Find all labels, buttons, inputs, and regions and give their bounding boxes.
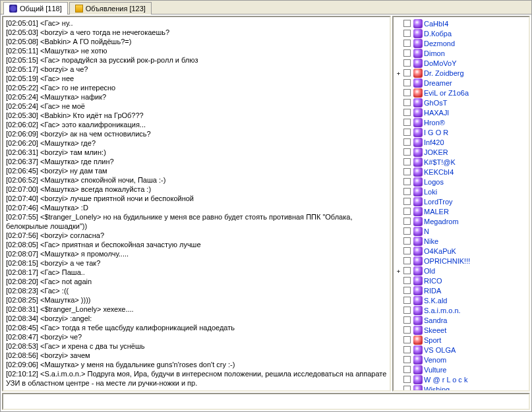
user-checkbox[interactable]	[403, 69, 411, 76]
user-name[interactable]: Inf420	[424, 138, 444, 146]
user-row[interactable]: Dreamer	[395, 78, 527, 88]
user-name[interactable]: Dr. Zoidberg	[424, 69, 464, 77]
user-name[interactable]: Sport	[424, 336, 441, 344]
user-row[interactable]: W @ r L o c k	[395, 374, 527, 384]
tree-expander[interactable]: +	[395, 268, 402, 274]
user-row[interactable]: Dezmond	[395, 38, 527, 48]
user-name[interactable]: JOKER	[424, 148, 448, 156]
user-checkbox[interactable]	[403, 267, 411, 274]
tree-expander[interactable]: +	[395, 70, 402, 76]
user-row[interactable]: Logos	[395, 177, 527, 187]
user-name[interactable]: Dreamer	[424, 79, 452, 87]
user-row[interactable]: KEKCbI4	[395, 167, 527, 177]
user-row[interactable]: CaHbI4	[395, 18, 527, 28]
user-row[interactable]: EviL or Z1o6a	[395, 88, 527, 98]
user-row[interactable]: MALER	[395, 206, 527, 216]
user-row[interactable]: N	[395, 226, 527, 236]
user-checkbox[interactable]	[403, 297, 411, 304]
user-row[interactable]: Dimon	[395, 48, 527, 58]
user-row[interactable]: Inf420	[395, 137, 527, 147]
user-name[interactable]: Loki	[424, 188, 437, 196]
user-checkbox[interactable]	[403, 237, 411, 245]
user-checkbox[interactable]	[403, 356, 411, 363]
user-checkbox[interactable]	[403, 99, 411, 106]
user-name[interactable]: I G O R	[424, 129, 448, 136]
user-row[interactable]: +Dr. Zoidberg	[395, 68, 527, 78]
user-name[interactable]: Logos	[424, 178, 444, 186]
user-name[interactable]: Skeeet	[424, 326, 446, 334]
user-name[interactable]: Dezmond	[424, 40, 455, 47]
user-name[interactable]: W @ r L o c k	[424, 376, 467, 384]
user-row[interactable]: DoMoVoY	[395, 58, 527, 68]
user-checkbox[interactable]	[403, 227, 411, 235]
user-name[interactable]: RICO	[424, 277, 442, 285]
user-checkbox[interactable]	[403, 79, 411, 86]
user-checkbox[interactable]	[403, 316, 411, 324]
user-checkbox[interactable]	[403, 287, 411, 294]
user-row[interactable]: LordTroy	[395, 196, 527, 206]
user-row[interactable]: OPRICHNIK!!!	[395, 256, 527, 266]
user-row[interactable]: D.Кобра	[395, 28, 527, 38]
user-row[interactable]: Hron®	[395, 117, 527, 127]
user-name[interactable]: VS OLGA	[424, 346, 456, 354]
user-name[interactable]: GhOsT	[424, 99, 447, 107]
user-row[interactable]: Venom	[395, 355, 527, 365]
user-row[interactable]: Skeeet	[395, 325, 527, 335]
user-checkbox[interactable]	[403, 178, 411, 185]
user-name[interactable]: Old	[424, 267, 435, 275]
user-name[interactable]: S.K.ald	[424, 297, 447, 305]
user-name[interactable]: S.a.i.m.o.n.	[424, 307, 461, 314]
user-name[interactable]: OPRICHNIK!!!	[424, 257, 470, 265]
user-name[interactable]: DoMoVoY	[424, 59, 457, 67]
user-checkbox[interactable]	[403, 109, 411, 116]
user-checkbox[interactable]	[403, 59, 411, 67]
message-input[interactable]	[3, 394, 529, 409]
user-checkbox[interactable]	[403, 198, 411, 205]
user-row[interactable]: Loki	[395, 187, 527, 196]
user-name[interactable]: HAXAJl	[424, 109, 449, 117]
user-name[interactable]: Vulture	[424, 366, 446, 374]
user-checkbox[interactable]	[403, 326, 411, 334]
user-checkbox[interactable]	[403, 218, 411, 225]
user-row[interactable]: +Old	[395, 266, 527, 276]
user-row[interactable]: Nike	[395, 236, 527, 246]
user-name[interactable]: CaHbI4	[424, 20, 448, 28]
user-name[interactable]: EviL or Z1o6a	[424, 89, 469, 97]
user-checkbox[interactable]	[403, 247, 411, 254]
user-row[interactable]: I G O R	[395, 127, 527, 137]
user-name[interactable]: Venom	[424, 356, 446, 364]
user-checkbox[interactable]	[403, 40, 411, 47]
user-name[interactable]: Dimon	[424, 49, 445, 57]
user-row[interactable]: O4KaPuK	[395, 246, 527, 256]
user-name[interactable]: LordTroy	[424, 198, 453, 206]
user-row[interactable]: Vulture	[395, 365, 527, 374]
user-row[interactable]: Wishing	[395, 384, 527, 390]
user-row[interactable]: JOKER	[395, 147, 527, 157]
user-checkbox[interactable]	[403, 208, 411, 215]
user-row[interactable]: Sandra	[395, 315, 527, 325]
user-row[interactable]: S.K.ald	[395, 295, 527, 305]
user-checkbox[interactable]	[403, 336, 411, 343]
user-name[interactable]: Nike	[424, 237, 438, 245]
user-checkbox[interactable]	[403, 307, 411, 314]
user-row[interactable]: RICO	[395, 276, 527, 285]
user-row[interactable]: Megadrom	[395, 216, 527, 226]
user-checkbox[interactable]	[403, 346, 411, 353]
user-checkbox[interactable]	[403, 366, 411, 373]
user-row[interactable]: GhOsT	[395, 98, 527, 107]
user-name[interactable]: KEKCbI4	[424, 168, 454, 176]
user-row[interactable]: S.a.i.m.o.n.	[395, 305, 527, 315]
user-list[interactable]: CaHbI4D.КобраDezmondDimonDoMoVoY+Dr. Zoi…	[394, 17, 529, 390]
user-row[interactable]: HAXAJl	[395, 107, 527, 117]
user-checkbox[interactable]	[403, 30, 411, 37]
user-checkbox[interactable]	[403, 148, 411, 156]
user-checkbox[interactable]	[403, 138, 411, 146]
user-checkbox[interactable]	[403, 89, 411, 96]
tab-1[interactable]: Объявления [123]	[69, 2, 152, 15]
user-row[interactable]: RIDA	[395, 285, 527, 295]
user-checkbox[interactable]	[403, 168, 411, 175]
user-checkbox[interactable]	[403, 129, 411, 136]
user-name[interactable]: Hron®	[424, 119, 445, 127]
user-checkbox[interactable]	[403, 188, 411, 195]
user-name[interactable]: Sandra	[424, 316, 447, 324]
